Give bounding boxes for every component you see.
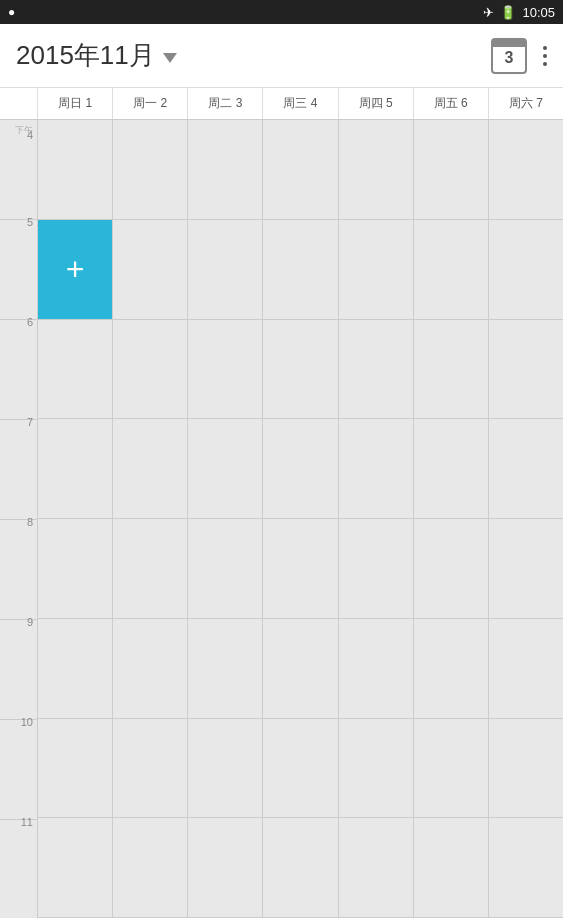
thu-row4[interactable] [339, 419, 413, 519]
thu-row7[interactable] [339, 719, 413, 819]
sun-row7[interactable] [38, 719, 112, 819]
sat-row8[interactable] [489, 818, 563, 918]
mon-row5[interactable] [113, 519, 187, 619]
sun-row1[interactable] [38, 120, 112, 220]
time-label-5: 5 [27, 217, 33, 228]
sat-row1[interactable] [489, 120, 563, 220]
fri-row5[interactable] [414, 519, 488, 619]
mon-row7[interactable] [113, 719, 187, 819]
wed-row2[interactable] [263, 220, 337, 320]
app-header: 2015年11月 3 [0, 24, 563, 88]
time-slot-9: 9 [0, 620, 37, 720]
wed-row5[interactable] [263, 519, 337, 619]
time-label-10: 10 [21, 717, 33, 728]
status-right: ✈ 🔋 10:05 [483, 5, 555, 20]
sat-row5[interactable] [489, 519, 563, 619]
add-event-button[interactable]: + [38, 220, 112, 320]
wed-row7[interactable] [263, 719, 337, 819]
thu-row1[interactable] [339, 120, 413, 220]
tue-row6[interactable] [188, 619, 262, 719]
tue-row1[interactable] [188, 120, 262, 220]
calendar-top-bar [493, 39, 525, 47]
dow-sunday: 周日 1 [38, 88, 113, 119]
time-label-6: 6 [27, 317, 33, 328]
status-bar: ● ✈ 🔋 10:05 [0, 0, 563, 24]
mon-row8[interactable] [113, 818, 187, 918]
wed-row1[interactable] [263, 120, 337, 220]
fri-row6[interactable] [414, 619, 488, 719]
dow-spacer [0, 88, 38, 119]
plus-icon: + [66, 253, 85, 285]
mon-row4[interactable] [113, 419, 187, 519]
wed-row8[interactable] [263, 818, 337, 918]
thu-row3[interactable] [339, 320, 413, 420]
dow-friday: 周五 6 [414, 88, 489, 119]
wed-row3[interactable] [263, 320, 337, 420]
time-slot-11: 11 [0, 820, 37, 918]
day-col-wednesday [263, 120, 338, 918]
wifi-icon: ● [8, 5, 15, 19]
sat-row2[interactable] [489, 220, 563, 320]
days-area: + [38, 120, 563, 918]
time-column: 下午 4 5 6 7 8 9 10 11 [0, 120, 38, 918]
mon-row6[interactable] [113, 619, 187, 719]
fri-row2[interactable] [414, 220, 488, 320]
time-slot-5: 5 [0, 220, 37, 320]
dow-saturday: 周六 7 [489, 88, 563, 119]
tue-row4[interactable] [188, 419, 262, 519]
calendar-grid-container: 下午 4 5 6 7 8 9 10 11 [0, 120, 563, 918]
sat-row7[interactable] [489, 719, 563, 819]
time-label-7: 7 [27, 417, 33, 428]
sun-row8[interactable] [38, 818, 112, 918]
fri-row4[interactable] [414, 419, 488, 519]
tue-row8[interactable] [188, 818, 262, 918]
day-col-tuesday [188, 120, 263, 918]
sat-row4[interactable] [489, 419, 563, 519]
battery-icon: 🔋 [500, 5, 516, 20]
calendar-day-number: 3 [505, 50, 514, 66]
tue-row5[interactable] [188, 519, 262, 619]
day-col-thursday [339, 120, 414, 918]
more-dot-3 [543, 62, 547, 66]
wed-row4[interactable] [263, 419, 337, 519]
day-col-saturday [489, 120, 563, 918]
fri-row3[interactable] [414, 320, 488, 420]
fri-row1[interactable] [414, 120, 488, 220]
time-slot-8: 8 [0, 520, 37, 620]
mon-row1[interactable] [113, 120, 187, 220]
tue-row3[interactable] [188, 320, 262, 420]
sat-row3[interactable] [489, 320, 563, 420]
month-title[interactable]: 2015年11月 [16, 38, 491, 73]
fri-row8[interactable] [414, 818, 488, 918]
time-label-9: 9 [27, 617, 33, 628]
wed-row6[interactable] [263, 619, 337, 719]
thu-row5[interactable] [339, 519, 413, 619]
sun-row4[interactable] [38, 419, 112, 519]
mon-row3[interactable] [113, 320, 187, 420]
tue-row2[interactable] [188, 220, 262, 320]
sat-row6[interactable] [489, 619, 563, 719]
dow-tuesday: 周二 3 [188, 88, 263, 119]
header-actions: 3 [491, 38, 547, 74]
dropdown-arrow-icon [163, 53, 177, 63]
fri-row7[interactable] [414, 719, 488, 819]
calendar-day-button[interactable]: 3 [491, 38, 527, 74]
tue-row7[interactable] [188, 719, 262, 819]
dow-header: 周日 1 周一 2 周二 3 周三 4 周四 5 周五 6 周六 7 [0, 88, 563, 120]
status-left: ● [8, 5, 15, 19]
thu-row8[interactable] [339, 818, 413, 918]
sun-row6[interactable] [38, 619, 112, 719]
more-dot-1 [543, 46, 547, 50]
thu-row2[interactable] [339, 220, 413, 320]
time-label-4: 4 [27, 130, 33, 141]
sun-row5[interactable] [38, 519, 112, 619]
dow-wednesday: 周三 4 [263, 88, 338, 119]
thu-row6[interactable] [339, 619, 413, 719]
more-dot-2 [543, 54, 547, 58]
sun-row3[interactable] [38, 320, 112, 420]
more-options-button[interactable] [543, 46, 547, 66]
dow-monday: 周一 2 [113, 88, 188, 119]
time-slot-4: 下午 4 [0, 120, 37, 220]
time-label-8: 8 [27, 517, 33, 528]
mon-row2[interactable] [113, 220, 187, 320]
